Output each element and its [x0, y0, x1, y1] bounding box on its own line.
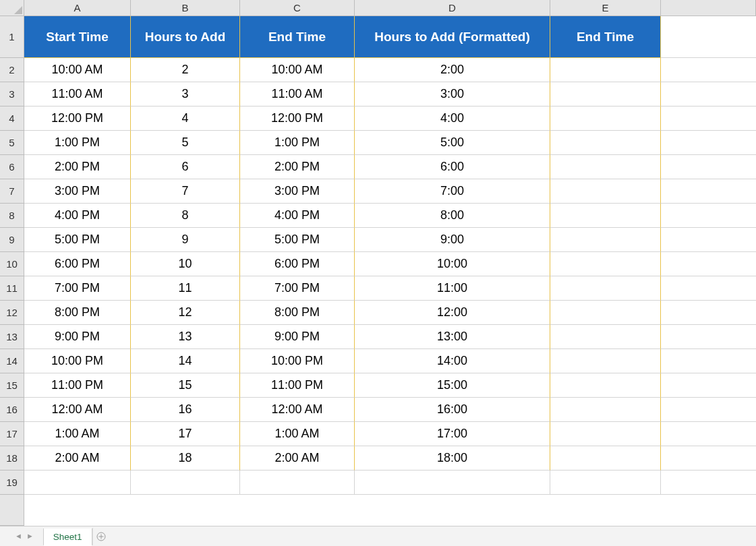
- cell-B16[interactable]: 16: [131, 398, 240, 422]
- cell-A8[interactable]: 4:00 PM: [24, 204, 131, 228]
- cell-A4[interactable]: 12:00 PM: [24, 107, 131, 131]
- cell-blank-14[interactable]: [661, 349, 756, 373]
- cell-D9[interactable]: 9:00: [355, 228, 550, 252]
- cell-D18[interactable]: 18:00: [355, 446, 550, 471]
- cell-E3[interactable]: [550, 82, 661, 107]
- cell-blank-8[interactable]: [661, 204, 756, 228]
- cell-E9[interactable]: [550, 228, 661, 252]
- cell-D4[interactable]: 4:00: [355, 107, 550, 131]
- cell-D6[interactable]: 6:00: [355, 155, 550, 179]
- row-header-15[interactable]: 15: [0, 373, 24, 398]
- cell-D8[interactable]: 8:00: [355, 204, 550, 228]
- cell-C1[interactable]: End Time: [240, 16, 355, 58]
- cell-B3[interactable]: 3: [131, 82, 240, 107]
- cell-blank-10[interactable]: [661, 252, 756, 276]
- cell-C13[interactable]: 9:00 PM: [240, 325, 355, 349]
- cell-C15[interactable]: 11:00 PM: [240, 373, 355, 398]
- cell-C6[interactable]: 2:00 PM: [240, 155, 355, 179]
- cell-B2[interactable]: 2: [131, 58, 240, 82]
- cell-blank-6[interactable]: [661, 155, 756, 179]
- cell-B17[interactable]: 17: [131, 422, 240, 446]
- column-header-C[interactable]: C: [240, 0, 355, 16]
- cell-E12[interactable]: [550, 301, 661, 325]
- cell-B10[interactable]: 10: [131, 252, 240, 276]
- cell-blank-9[interactable]: [661, 228, 756, 252]
- cell-A7[interactable]: 3:00 PM: [24, 179, 131, 204]
- cell-A19[interactable]: [24, 471, 131, 495]
- row-header-19[interactable]: 19: [0, 471, 24, 495]
- row-header-5[interactable]: 5: [0, 131, 24, 155]
- cell-A11[interactable]: 7:00 PM: [24, 276, 131, 301]
- cell-blank-7[interactable]: [661, 179, 756, 204]
- cell-C10[interactable]: 6:00 PM: [240, 252, 355, 276]
- cell-C8[interactable]: 4:00 PM: [240, 204, 355, 228]
- cell-E16[interactable]: [550, 398, 661, 422]
- cell-blank-4[interactable]: [661, 107, 756, 131]
- cell-E13[interactable]: [550, 325, 661, 349]
- cell-blank-2[interactable]: [661, 58, 756, 82]
- cell-B4[interactable]: 4: [131, 107, 240, 131]
- cell-blank-19[interactable]: [661, 471, 756, 495]
- cell-D1[interactable]: Hours to Add (Formatted): [355, 16, 550, 58]
- cell-D14[interactable]: 14:00: [355, 349, 550, 373]
- cell-B13[interactable]: 13: [131, 325, 240, 349]
- cell-D15[interactable]: 15:00: [355, 373, 550, 398]
- sheet-nav-next-icon[interactable]: ►: [26, 533, 34, 540]
- row-header-13[interactable]: 13: [0, 325, 24, 349]
- sheet-nav-prev-icon[interactable]: ◄: [15, 533, 22, 540]
- cell-A14[interactable]: 10:00 PM: [24, 349, 131, 373]
- cell-D5[interactable]: 5:00: [355, 131, 550, 155]
- cell-A16[interactable]: 12:00 AM: [24, 398, 131, 422]
- cell-blank-15[interactable]: [661, 373, 756, 398]
- cell-B5[interactable]: 5: [131, 131, 240, 155]
- cell-E11[interactable]: [550, 276, 661, 301]
- row-header-11[interactable]: 11: [0, 276, 24, 301]
- cell-A13[interactable]: 9:00 PM: [24, 325, 131, 349]
- cell-A9[interactable]: 5:00 PM: [24, 228, 131, 252]
- cell-A2[interactable]: 10:00 AM: [24, 58, 131, 82]
- sheet-tab-sheet1[interactable]: Sheet1: [43, 528, 92, 546]
- cell-D11[interactable]: 11:00: [355, 276, 550, 301]
- cell-A5[interactable]: 1:00 PM: [24, 131, 131, 155]
- row-header-12[interactable]: 12: [0, 301, 24, 325]
- cell-B12[interactable]: 12: [131, 301, 240, 325]
- cell-D16[interactable]: 16:00: [355, 398, 550, 422]
- cell-B18[interactable]: 18: [131, 446, 240, 471]
- cell-D10[interactable]: 10:00: [355, 252, 550, 276]
- cell-E10[interactable]: [550, 252, 661, 276]
- cell-D13[interactable]: 13:00: [355, 325, 550, 349]
- cell-C17[interactable]: 1:00 AM: [240, 422, 355, 446]
- cell-E19[interactable]: [550, 471, 661, 495]
- cell-A1[interactable]: Start Time: [24, 16, 131, 58]
- cell-D3[interactable]: 3:00: [355, 82, 550, 107]
- cell-A10[interactable]: 6:00 PM: [24, 252, 131, 276]
- column-header-E[interactable]: E: [550, 0, 661, 16]
- cell-C16[interactable]: 12:00 AM: [240, 398, 355, 422]
- cell-B8[interactable]: 8: [131, 204, 240, 228]
- row-header-2[interactable]: 2: [0, 58, 24, 82]
- cell-E5[interactable]: [550, 131, 661, 155]
- column-header-A[interactable]: A: [24, 0, 131, 16]
- cell-blank-3[interactable]: [661, 82, 756, 107]
- cell-A6[interactable]: 2:00 PM: [24, 155, 131, 179]
- cell-E14[interactable]: [550, 349, 661, 373]
- row-header-8[interactable]: 8: [0, 204, 24, 228]
- cell-C11[interactable]: 7:00 PM: [240, 276, 355, 301]
- cell-B15[interactable]: 15: [131, 373, 240, 398]
- row-header-3[interactable]: 3: [0, 82, 24, 107]
- cell-B9[interactable]: 9: [131, 228, 240, 252]
- cell-E17[interactable]: [550, 422, 661, 446]
- row-header-6[interactable]: 6: [0, 155, 24, 179]
- row-header-1[interactable]: 1: [0, 16, 24, 58]
- cell-B7[interactable]: 7: [131, 179, 240, 204]
- column-header-B[interactable]: B: [131, 0, 240, 16]
- cell-blank-18[interactable]: [661, 446, 756, 471]
- cell-C5[interactable]: 1:00 PM: [240, 131, 355, 155]
- cell-D12[interactable]: 12:00: [355, 301, 550, 325]
- row-header-16[interactable]: 16: [0, 398, 24, 422]
- row-header-7[interactable]: 7: [0, 179, 24, 204]
- cell-A15[interactable]: 11:00 PM: [24, 373, 131, 398]
- cell-A12[interactable]: 8:00 PM: [24, 301, 131, 325]
- cell-C4[interactable]: 12:00 PM: [240, 107, 355, 131]
- row-header-17[interactable]: 17: [0, 422, 24, 446]
